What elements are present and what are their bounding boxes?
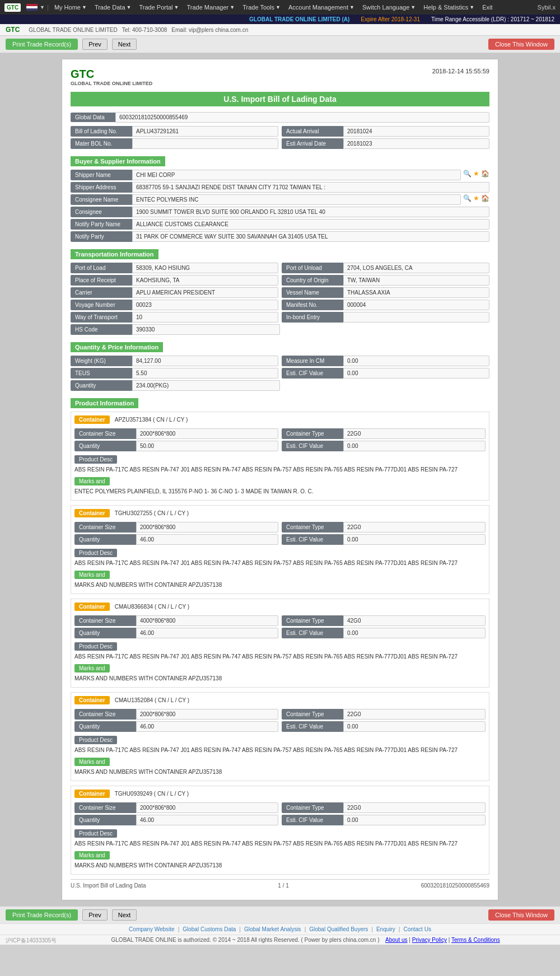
consignee-name-label: Consignee Name (71, 194, 132, 205)
consignee-name-row: Consignee Name ENTEC POLYMERS INC 🔍 ★ 🏠 (71, 194, 489, 205)
container-size-row: Container Size 2000*806*800 Container Ty… (74, 522, 486, 533)
company-name: GLOBAL TRADE ONLINE LIMITED (29, 27, 117, 33)
link-about[interactable]: About us (385, 937, 407, 943)
container-label: Container (74, 509, 110, 517)
star-icon[interactable]: ★ (473, 170, 479, 180)
search-icon[interactable]: 🔍 (463, 170, 472, 180)
container-qty-label: Quantity (74, 628, 136, 638)
marks-header-container: Marks and (74, 568, 486, 580)
close-window-button[interactable]: Close This Window (488, 39, 554, 50)
vessel-name-value: THALASSA AXIA (343, 287, 489, 298)
product-desc-header: Product Desc (74, 640, 486, 652)
home-icon[interactable]: 🏠 (481, 194, 489, 205)
sep: | (178, 926, 180, 932)
star-icon[interactable]: ★ (473, 194, 479, 205)
country-origin-value: TW, TAIWAN (343, 275, 489, 286)
consignee-label: Consignee (71, 207, 132, 217)
search-icon[interactable]: 🔍 (463, 194, 472, 205)
nav-item-account[interactable]: Account Management ▼ (285, 2, 358, 12)
copyright-bar: 沪ICP备14033305号 GLOBAL TRADE ONLINE is au… (0, 935, 560, 945)
nav-item-trademanager[interactable]: Trade Manager ▼ (183, 2, 238, 12)
link-privacy[interactable]: Privacy Policy (412, 937, 447, 943)
hs-code-field: HS Code 390330 (71, 324, 280, 335)
product-desc-header: Product Desc (74, 547, 486, 558)
hs-code-label: HS Code (71, 324, 132, 335)
next-button[interactable]: Next (112, 39, 137, 50)
consignee-field: Consignee 1900 SUMMIT TOWER BLVD SUITE 9… (71, 207, 489, 217)
container-label: Container (74, 603, 110, 611)
container-size-label: Container Size (74, 522, 136, 533)
container-id: APZU3571384 ( CN / L / CY ) (115, 417, 188, 423)
footer-right: 6003201810250000855469 (421, 882, 489, 889)
container-qty-row: Quantity 46.00 Esti. CIF Value 0.00 (74, 815, 486, 825)
nav-item-tradeportal[interactable]: Trade Portal ▼ (136, 2, 182, 12)
carrier-vessel-row: Carrier APLU AMERICAN PRESIDENT Vessel N… (71, 287, 489, 298)
measure-label: Measure In CM (282, 356, 343, 366)
marks-header-container: Marks and (74, 849, 486, 861)
prev-button-bottom[interactable]: Prev (82, 909, 108, 921)
shipper-name-value: CHI MEI CORP (132, 170, 461, 180)
product-desc-text: ABS RESIN PA-717C ABS RESIN PA-747 J01 A… (74, 745, 486, 755)
nav-item-myhome[interactable]: My Home ▼ (51, 2, 90, 12)
main-content: GTCGLOBAL TRADE ONLINE LIMITED 2018-12-1… (0, 53, 560, 906)
global-data-row: Global Data 6003201810250000855469 (71, 112, 489, 123)
link-global-buyers[interactable]: Global Qualified Buyers (309, 926, 368, 932)
carrier-value: APLU AMERICAN PRESIDENT (132, 287, 278, 298)
print-button[interactable]: Print Trade Record(s) (6, 39, 78, 50)
container-qty-field: Quantity 46.00 (74, 721, 278, 732)
nav-item-tradedata[interactable]: Trade Data ▼ (91, 2, 135, 12)
container-cif-value: 0.00 (343, 721, 486, 732)
container-cif-value: 0.00 (343, 534, 486, 545)
nav-item-language[interactable]: Switch Language ▼ (359, 2, 419, 12)
place-receipt-label: Place of Receipt (71, 275, 132, 286)
teus-cif-row: TEUS 5.50 Esti. CIF Value 0.00 (71, 368, 489, 379)
container-size-value: 4000*806*800 (136, 615, 278, 626)
quantity-field: Quantity 234.00(PKG) (71, 380, 280, 391)
weight-field: Weight (KG) 84,127.00 (71, 356, 278, 366)
close-window-button-bottom[interactable]: Close This Window (488, 909, 554, 921)
link-company-website[interactable]: Company Website (129, 926, 175, 932)
flag-selector[interactable]: ▼ (26, 4, 45, 11)
link-enquiry[interactable]: Enquiry (376, 926, 395, 932)
consignee-row: Consignee 1900 SUMMIT TOWER BLVD SUITE 9… (71, 207, 489, 217)
doc-title: U.S. Import Bill of Lading Data (71, 92, 489, 106)
brand-label: GLOBAL TRADE ONLINE LIMITED (A) (249, 16, 349, 22)
actual-arrival-label: Actual Arrival (282, 126, 343, 137)
mater-bol-value (132, 138, 278, 149)
link-global-market[interactable]: Global Market Analysis (244, 926, 301, 932)
container-type-field: Container Type 22G0 (282, 522, 486, 533)
next-button-bottom[interactable]: Next (112, 909, 137, 921)
vessel-name-label: Vessel Name (282, 287, 343, 298)
product-desc-text: ABS RESIN PA-717C ABS RESIN PA-747 J01 A… (74, 465, 486, 475)
container-size-value: 2000*806*800 (136, 522, 278, 533)
print-button-bottom[interactable]: Print Trade Record(s) (6, 909, 78, 921)
container-size-field: Container Size 2000*806*800 (74, 802, 278, 813)
container-block-0: Container APZU3571384 ( CN / L / CY ) Co… (71, 412, 489, 501)
container-size-row: Container Size 4000*806*800 Container Ty… (74, 615, 486, 626)
marks-text: ENTEC POLYMERS PLAINFIELD, IL 315576 P-N… (74, 487, 486, 497)
mater-bol-field: Mater BOL No. (71, 138, 278, 149)
container-qty-field: Quantity 46.00 (74, 815, 278, 825)
nav-item-tradetools[interactable]: Trade Tools ▼ (239, 2, 284, 12)
chevron-icon: ▼ (469, 4, 474, 10)
marks-text: MARKS AND NUMBERS WITH CONTAINER APZU357… (74, 580, 486, 590)
container-size-field: Container Size 2000*806*800 (74, 522, 278, 533)
link-global-customs[interactable]: Global Customs Data (183, 926, 236, 932)
nav-item-help[interactable]: Help & Statistics ▼ (420, 2, 478, 12)
link-contact[interactable]: Contact Us (403, 926, 431, 932)
container-type-value: 22G0 (343, 802, 486, 813)
bottom-toolbar: Print Trade Record(s) Prev Next Close Th… (0, 906, 560, 923)
nav-item-exit[interactable]: Exit (479, 2, 496, 12)
bol-value: APLU437291261 (132, 126, 278, 137)
container-cif-field: Esti. CIF Value 0.00 (282, 441, 486, 451)
measure-field: Measure In CM 0.00 (282, 356, 489, 366)
product-section-header: Product Information (71, 398, 138, 408)
link-terms[interactable]: Terms & Conditions (451, 937, 500, 943)
home-icon[interactable]: 🏠 (481, 170, 489, 180)
chevron-icon: ▼ (82, 4, 87, 10)
sep: | (305, 926, 306, 932)
sep: | (399, 926, 400, 932)
prev-button[interactable]: Prev (82, 39, 108, 50)
top-info-bar: GLOBAL TRADE ONLINE LIMITED (A) Expire A… (0, 15, 560, 24)
shipper-icons: 🔍 ★ 🏠 (463, 170, 489, 180)
